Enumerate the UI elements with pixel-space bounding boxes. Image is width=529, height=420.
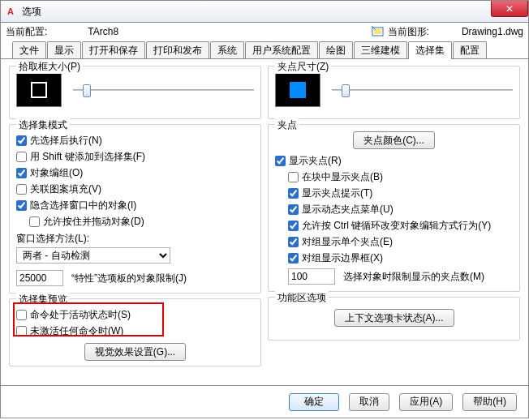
- grip-checkbox-3[interactable]: [288, 204, 299, 215]
- grip-label-4: 允许按 Ctrl 键循环改变对象编辑方式行为(Y): [302, 219, 491, 233]
- mode-row-3: 关联图案填充(V): [16, 182, 254, 196]
- grip-limit-field[interactable]: [288, 268, 335, 285]
- preview-row-1: 未激活任何命令时(W): [16, 324, 254, 338]
- mode-label-1: 用 Shift 键添加到选择集(F): [30, 150, 145, 164]
- grip-row-1: 在块中显示夹点(B): [288, 170, 513, 184]
- mode-row-1: 用 Shift 键添加到选择集(F): [16, 150, 254, 164]
- app-icon: A: [4, 5, 17, 18]
- config-row: 当前配置: TArch8 当前图形: Drawing1.dwg: [0, 23, 529, 41]
- left-column: 拾取框大小(P) 选择集模式 先选择后执行(N)用 Shift 键添加到选择集(…: [9, 66, 261, 379]
- mode-checkbox-3[interactable]: [16, 184, 27, 195]
- grip-color-button[interactable]: 夹点颜色(C)...: [353, 131, 435, 149]
- tab-1[interactable]: 显示: [47, 41, 81, 59]
- gripsize-preview: [275, 73, 320, 107]
- preview-label-1: 未激活任何命令时(W): [30, 324, 123, 338]
- mode-row-4: 隐含选择窗口中的对象(I): [16, 199, 254, 212]
- context-tab-state-button[interactable]: 上下文选项卡状态(A)...: [334, 309, 454, 327]
- grip-row-0: 显示夹点(R): [275, 154, 513, 168]
- current-config-label: 当前配置:: [6, 25, 47, 39]
- window-method-select[interactable]: 两者 - 自动检测: [16, 247, 170, 264]
- mode-row-5: 允许按住并拖动对象(D): [29, 215, 254, 229]
- grip-row-5: 对组显示单个夹点(E): [288, 235, 513, 249]
- group-title-select-preview: 选择集预览: [16, 293, 70, 306]
- group-grips: 夹点 夹点颜色(C)... 显示夹点(R)在块中显示夹点(B)显示夹点提示(T)…: [268, 124, 520, 292]
- tab-4[interactable]: 系统: [210, 41, 244, 59]
- grip-row-6: 对组显示边界框(X): [288, 251, 513, 265]
- drawing-icon: [372, 26, 385, 37]
- grip-row-2: 显示夹点提示(T): [288, 186, 513, 200]
- palette-limit-field[interactable]: [16, 270, 63, 286]
- preview-label-0: 命令处于活动状态时(S): [30, 308, 131, 322]
- mode-label-5: 允许按住并拖动对象(D): [43, 215, 144, 229]
- current-drawing-value: Drawing1.dwg: [462, 26, 523, 37]
- mode-checkbox-4[interactable]: [16, 200, 27, 211]
- visual-effects-button[interactable]: 视觉效果设置(G)...: [84, 343, 186, 361]
- help-button[interactable]: 帮助(H): [462, 393, 517, 411]
- group-select-mode: 选择集模式 先选择后执行(N)用 Shift 键添加到选择集(F)对象编组(O)…: [9, 124, 261, 294]
- pickbox-slider[interactable]: [73, 82, 254, 98]
- grip-label-5: 对组显示单个夹点(E): [302, 235, 393, 249]
- grip-limit-label: 选择对象时限制显示的夹点数(M): [343, 270, 484, 284]
- tab-6[interactable]: 绘图: [319, 41, 353, 59]
- mode-checkbox-0[interactable]: [16, 135, 27, 146]
- palette-limit-label: “特性”选项板的对象限制(J): [71, 272, 187, 285]
- tab-body: 拾取框大小(P) 选择集模式 先选择后执行(N)用 Shift 键添加到选择集(…: [0, 58, 529, 386]
- tab-2[interactable]: 打开和保存: [82, 41, 145, 59]
- grip-label-6: 对组显示边界框(X): [302, 251, 383, 265]
- tab-8[interactable]: 选择集: [408, 41, 452, 59]
- tab-0[interactable]: 文件: [12, 41, 46, 59]
- preview-row-0: 命令处于活动状态时(S): [16, 308, 254, 322]
- grip-checkbox-1[interactable]: [288, 172, 299, 182]
- group-gripsize: 夹点尺寸(Z): [268, 66, 520, 119]
- close-button[interactable]: ✕: [491, 1, 528, 17]
- grip-row-4: 允许按 Ctrl 键循环改变对象编辑方式行为(Y): [288, 219, 513, 233]
- current-config-value: TArch8: [88, 26, 118, 37]
- group-title-gripsize: 夹点尺寸(Z): [275, 60, 331, 74]
- grip-checkbox-6[interactable]: [288, 253, 299, 264]
- apply-button[interactable]: 应用(A): [399, 393, 453, 411]
- tab-7[interactable]: 三维建模: [354, 41, 407, 59]
- group-ribbon: 功能区选项 上下文选项卡状态(A)...: [268, 297, 520, 341]
- window-title: 选项: [22, 5, 41, 19]
- group-select-preview: 选择集预览 命令处于活动状态时(S)未激活任何命令时(W) 视觉效果设置(G).…: [9, 298, 261, 366]
- mode-checkbox-2[interactable]: [16, 168, 27, 178]
- mode-checkbox-5[interactable]: [29, 216, 40, 227]
- preview-checkbox-0[interactable]: [16, 310, 27, 320]
- mode-label-2: 对象编组(O): [30, 166, 83, 180]
- pickbox-preview: [16, 73, 62, 107]
- group-pickbox: 拾取框大小(P): [9, 66, 261, 119]
- grip-label-3: 显示动态夹点菜单(U): [302, 203, 394, 216]
- mode-row-0: 先选择后执行(N): [16, 134, 254, 148]
- gripsize-slider[interactable]: [332, 82, 513, 98]
- preview-checkbox-1[interactable]: [16, 326, 27, 336]
- grip-checkbox-0[interactable]: [275, 156, 286, 166]
- current-drawing-label: 当前图形:: [388, 25, 429, 39]
- grip-label-0: 显示夹点(R): [289, 154, 342, 168]
- grip-label-1: 在块中显示夹点(B): [302, 170, 383, 184]
- group-title-ribbon: 功能区选项: [275, 291, 329, 305]
- title-bar: A 选项 ✕: [0, 0, 529, 23]
- cancel-button[interactable]: 取消: [349, 393, 389, 411]
- grip-checkbox-4[interactable]: [288, 221, 299, 231]
- mode-checkbox-1[interactable]: [16, 152, 27, 162]
- group-title-grips: 夹点: [275, 118, 299, 132]
- dialog-buttons: 确定 取消 应用(A) 帮助(H): [0, 386, 529, 418]
- tab-3[interactable]: 打印和发布: [146, 41, 209, 59]
- mode-label-3: 关联图案填充(V): [30, 182, 101, 196]
- grip-label-2: 显示夹点提示(T): [302, 186, 372, 200]
- mode-label-4: 隐含选择窗口中的对象(I): [30, 199, 136, 212]
- mode-label-0: 先选择后执行(N): [30, 134, 102, 148]
- grip-row-3: 显示动态夹点菜单(U): [288, 203, 513, 216]
- right-column: 夹点尺寸(Z) 夹点 夹点颜色(C)... 显示夹点(R)在块中显示夹点(B)显…: [268, 66, 520, 379]
- grip-checkbox-5[interactable]: [288, 237, 299, 247]
- grip-checkbox-2[interactable]: [288, 188, 299, 199]
- mode-row-2: 对象编组(O): [16, 166, 254, 180]
- ok-button[interactable]: 确定: [289, 393, 339, 411]
- tab-5[interactable]: 用户系统配置: [245, 41, 318, 59]
- group-title-select-mode: 选择集模式: [16, 118, 70, 132]
- group-title-pickbox: 拾取框大小(P): [16, 60, 83, 74]
- window-method-label: 窗口选择方法(L):: [16, 232, 254, 246]
- tab-9[interactable]: 配置: [453, 41, 487, 59]
- tab-strip: 文件显示打开和保存打印和发布系统用户系统配置绘图三维建模选择集配置: [0, 41, 529, 58]
